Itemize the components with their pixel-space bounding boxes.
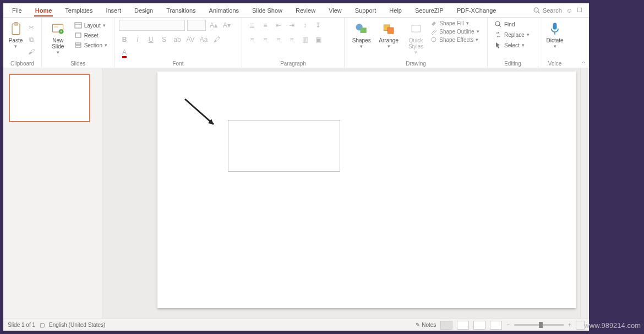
shapes-button[interactable]: Shapes ▾ (349, 20, 374, 49)
svg-rect-11 (75, 43, 81, 45)
columns-button[interactable]: ▥ (299, 34, 310, 45)
search-box[interactable]: Search (533, 7, 562, 14)
shape-fill-button[interactable]: Shape Fill▾ (430, 20, 483, 26)
svg-rect-3 (14, 23, 18, 25)
shape-effects-button[interactable]: Shape Effects▾ (430, 36, 483, 43)
fit-to-window-button[interactable] (576, 321, 585, 330)
underline-button[interactable]: U (145, 34, 156, 45)
watermark: www.989214.com (584, 321, 641, 330)
shape-outline-button[interactable]: Shape Outline▾ (430, 28, 483, 35)
tab-pdfxchange[interactable]: PDF-XChange (450, 4, 503, 16)
new-slide-icon: + (50, 21, 66, 36)
share-button[interactable]: ☺ (566, 7, 572, 14)
increase-font-button[interactable]: A▴ (208, 20, 219, 31)
align-center-button[interactable]: ≡ (260, 34, 271, 45)
convert-smartart-button[interactable]: ▣ (313, 34, 324, 45)
tab-slideshow[interactable]: Slide Show (245, 4, 289, 16)
svg-rect-5 (54, 26, 58, 28)
arrange-button[interactable]: Arrange ▾ (376, 20, 401, 49)
font-color-button[interactable]: A (119, 47, 130, 58)
new-slide-button[interactable]: + New Slide ▾ (46, 20, 70, 55)
character-spacing-button[interactable]: AV (185, 34, 196, 45)
slide-sorter-view-button[interactable] (457, 321, 469, 330)
svg-text:+: + (60, 30, 62, 34)
slide-canvas-area[interactable] (102, 68, 589, 319)
collapse-ribbon-button[interactable]: ⌃ (581, 61, 586, 67)
tab-securezip[interactable]: SecureZIP (408, 4, 450, 16)
ribbon-tabstrip: File Home Templates Insert Design Transi… (3, 3, 589, 18)
normal-view-button[interactable] (440, 321, 452, 330)
justify-button[interactable]: ≡ (286, 34, 297, 45)
quick-styles-icon (408, 21, 424, 36)
vertical-scrollbar[interactable] (580, 68, 589, 319)
decrease-font-button[interactable]: A▾ (221, 20, 232, 31)
tab-view[interactable]: View (322, 4, 348, 16)
tab-file[interactable]: File (6, 4, 29, 16)
increase-indent-button[interactable]: ⇥ (286, 20, 297, 31)
strikethrough-button[interactable]: S (159, 34, 170, 45)
zoom-slider[interactable] (514, 324, 564, 326)
tab-transitions[interactable]: Transitions (160, 4, 202, 16)
svg-rect-14 (360, 28, 366, 33)
decrease-indent-button[interactable]: ⇤ (273, 20, 284, 31)
tab-review[interactable]: Review (289, 4, 322, 16)
tab-help[interactable]: Help (383, 4, 408, 16)
ribbon: Paste ▾ ✂ ⧉ 🖌 Clipboard + New Slide ▾ (3, 18, 589, 68)
section-button[interactable]: Section▾ (72, 41, 110, 50)
change-case-button[interactable]: Aa (198, 34, 209, 45)
shapes-label: Shapes (352, 37, 371, 43)
dictate-button[interactable]: Dictate ▾ (543, 20, 567, 49)
chevron-down-icon: ▾ (388, 43, 390, 49)
group-label-font: Font (119, 59, 237, 67)
align-right-button[interactable]: ≡ (273, 34, 284, 45)
tab-insert[interactable]: Insert (99, 4, 128, 16)
language-indicator[interactable]: English (United States) (49, 322, 105, 328)
tab-templates[interactable]: Templates (58, 4, 99, 16)
bold-button[interactable]: B (119, 34, 130, 45)
svg-rect-10 (75, 33, 81, 37)
shadow-button[interactable]: ab (172, 34, 183, 45)
select-button[interactable]: Select▾ (492, 41, 532, 50)
slide-thumbnails-panel[interactable] (3, 68, 102, 319)
svg-line-22 (185, 99, 214, 124)
paste-button[interactable]: Paste ▾ (8, 20, 24, 49)
tab-design[interactable]: Design (128, 4, 160, 16)
quick-styles-button[interactable]: Quick Styles ▾ (403, 20, 428, 55)
zoom-in-button[interactable]: + (568, 322, 571, 328)
tab-animations[interactable]: Animations (203, 4, 245, 16)
zoom-out-button[interactable]: − (506, 322, 510, 328)
italic-button[interactable]: I (132, 34, 143, 45)
line-spacing-button[interactable]: ↕ (299, 20, 310, 31)
cut-button[interactable]: ✂ (26, 22, 37, 33)
align-left-button[interactable]: ≡ (247, 34, 258, 45)
text-direction-button[interactable]: ↧ (313, 20, 324, 31)
svg-rect-8 (75, 23, 81, 28)
numbering-button[interactable]: ≡ (260, 20, 271, 31)
copy-button[interactable]: ⧉ (26, 34, 37, 45)
spellcheck-icon[interactable]: ▢ (40, 322, 45, 328)
slide-1[interactable] (157, 72, 576, 308)
comments-button[interactable]: ☐ (577, 7, 582, 14)
font-size-input[interactable] (187, 20, 206, 31)
find-button[interactable]: Find (492, 20, 532, 29)
format-painter-button[interactable]: 🖌 (26, 46, 37, 57)
layout-button[interactable]: Layout▾ (72, 21, 110, 30)
svg-rect-21 (553, 23, 557, 30)
tab-support[interactable]: Support (348, 4, 383, 16)
tab-home[interactable]: Home (29, 4, 59, 16)
reading-view-button[interactable] (473, 321, 485, 330)
arrow-shape[interactable] (182, 96, 220, 131)
slideshow-view-button[interactable] (490, 321, 502, 330)
replace-button[interactable]: Replace▾ (492, 30, 532, 39)
text-placeholder[interactable] (228, 120, 340, 172)
dictate-label: Dictate (546, 37, 563, 43)
font-name-input[interactable] (119, 20, 185, 31)
highlight-button[interactable]: 🖍 (211, 34, 222, 45)
slide-thumbnail-1[interactable] (9, 74, 90, 122)
reset-button[interactable]: Reset (72, 31, 110, 40)
microphone-icon (547, 21, 563, 36)
notes-button[interactable]: ✎ Notes (416, 322, 436, 328)
pen-icon (430, 28, 437, 35)
bullets-button[interactable]: ≣ (247, 20, 258, 31)
quick-styles-label: Quick Styles (408, 37, 423, 50)
